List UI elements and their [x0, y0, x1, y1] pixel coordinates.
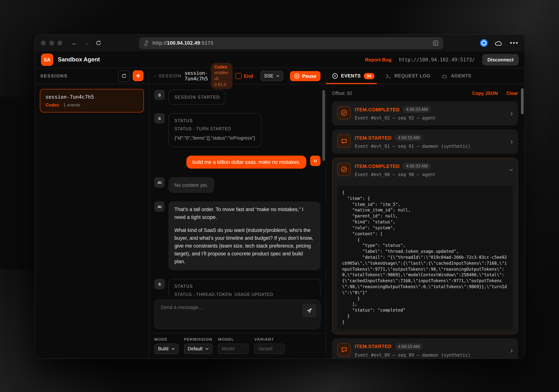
browser-menu-icon[interactable]: •••	[510, 39, 519, 47]
variant-input[interactable]	[254, 344, 285, 354]
disconnect-button[interactable]: Disconnect	[482, 54, 519, 65]
forward-button[interactable]: →	[82, 38, 91, 48]
message-list: S SESSION STARTED S STATUS STATUS - TURN…	[149, 84, 326, 296]
event-time: 4:56:33 AM	[395, 134, 422, 141]
end-label: End	[244, 73, 253, 79]
forward-arrow-icon: →	[84, 40, 89, 46]
tab-agents[interactable]: AGENTS	[442, 68, 471, 84]
browser-window: ← → http://100.94.102.49:5173	[35, 34, 525, 359]
message-bubble: STATUS STATUS - TURN.STARTED {"id":"0","…	[168, 113, 261, 147]
session-bubble-icon	[154, 73, 156, 79]
chevron-down-icon	[171, 348, 175, 350]
end-session-control[interactable]: End	[235, 73, 253, 79]
model-label: MODEL	[218, 337, 249, 341]
pause-button[interactable]: Pause	[290, 71, 320, 81]
system-avatar: S	[154, 113, 165, 124]
message-bubble: That’s a tall order. To move fast and “m…	[168, 202, 320, 270]
chevron-down-icon	[276, 75, 279, 77]
tab-request-log[interactable]: REQUEST LOG	[386, 68, 430, 84]
event-card[interactable]: ITEM.COMPLETED 4:56:33 AM Event #evt_92 …	[332, 101, 518, 125]
new-session-button[interactable]: +	[133, 70, 143, 81]
sessions-sidebar: SESSIONS + session-7un4c7h5	[35, 68, 149, 358]
refresh-icon	[121, 73, 127, 79]
event-time: 4:56:33 AM	[395, 343, 422, 350]
play-circle-icon	[332, 73, 338, 79]
session-agent: Codex	[46, 102, 59, 107]
chevron-down-icon: ›	[508, 169, 515, 171]
password-manager-icon[interactable]	[480, 39, 488, 47]
send-button[interactable]	[302, 304, 317, 317]
back-button[interactable]: ←	[70, 38, 79, 48]
plus-icon: +	[136, 72, 140, 79]
traffic-light-close[interactable]	[41, 41, 46, 45]
url-bar[interactable]: http://100.94.102.49:5173	[139, 37, 443, 49]
system-message: S STATUS STATUS - THREAD.TOKEN_USAGE.UPD…	[154, 279, 320, 296]
cloud-icon[interactable]	[494, 40, 503, 46]
event-time: 4:56:33 AM	[403, 163, 431, 169]
browser-chrome: ← → http://100.94.102.49:5173	[35, 35, 525, 51]
message-bubble: build me a billion dollar saas. make no …	[186, 156, 306, 169]
traffic-lights	[41, 41, 62, 45]
offset-text: Offset: 92	[332, 91, 352, 96]
pause-icon	[294, 73, 299, 79]
event-json-detail: { "item": { "item_id": "itm_5", "native_…	[337, 186, 513, 329]
events-panel: EVENTS 92 REQUEST LOG AGENTS	[326, 68, 525, 358]
message-input[interactable]	[160, 304, 302, 326]
item-started-icon	[337, 134, 351, 148]
reader-settings-icon[interactable]	[433, 40, 439, 46]
report-bug-link[interactable]: Report Bug	[365, 57, 391, 62]
agents-cloud-icon	[442, 73, 448, 78]
item-started-icon	[337, 343, 351, 356]
item-completed-icon	[337, 163, 351, 176]
event-card[interactable]: ITEM.STARTED 4:56:33 AM Event #evt_89 – …	[332, 338, 518, 358]
url-text: http://100.94.102.49:5173	[152, 40, 213, 46]
chat-scrollbar[interactable]	[322, 90, 325, 161]
permission-select[interactable]: Default	[184, 344, 213, 354]
back-arrow-icon: ←	[72, 40, 77, 46]
system-avatar: S	[154, 90, 165, 100]
mode-select[interactable]: Build	[154, 344, 178, 354]
reload-button[interactable]	[93, 38, 103, 48]
chevron-right-icon: ›	[510, 347, 513, 354]
system-message: S STATUS STATUS - TURN.STARTED {"id":"0"…	[154, 113, 320, 147]
session-list-item[interactable]: session-7un4c7h5 Codex 1 events	[40, 89, 144, 112]
message-bubble: No content yet.	[168, 177, 214, 193]
transport-select[interactable]: SSE	[260, 71, 283, 81]
event-card-expanded[interactable]: ITEM.COMPLETED 4:56:33 AM Event #evt_90 …	[332, 158, 518, 334]
app-title: Sandbox Agent	[58, 56, 100, 63]
event-time: 4:56:33 AM	[403, 106, 431, 113]
chevron-down-icon	[205, 348, 209, 350]
desktop: ← → http://100.94.102.49:5173	[0, 0, 559, 392]
reload-icon	[96, 40, 101, 46]
composer	[149, 296, 326, 333]
assistant-message: AI That’s a tall order. To move fast and…	[154, 202, 320, 270]
app-logo: SA	[41, 53, 53, 66]
user-message: build me a billion dollar saas. make no …	[154, 156, 320, 169]
system-message: S SESSION STARTED	[154, 90, 320, 105]
refresh-sessions-button[interactable]	[118, 70, 130, 82]
copy-json-button[interactable]: Copy JSON	[472, 91, 498, 96]
traffic-light-minimize[interactable]	[49, 41, 54, 45]
event-card[interactable]: ITEM.STARTED 4:56:33 AM Event #evt_91 – …	[332, 130, 518, 154]
tab-events[interactable]: EVENTS 92	[332, 68, 375, 84]
clear-button[interactable]: Clear	[506, 91, 518, 96]
end-checkbox[interactable]	[235, 73, 242, 79]
chevron-right-icon: ›	[510, 138, 513, 145]
assistant-avatar: AI	[154, 177, 165, 188]
model-input[interactable]	[218, 344, 249, 354]
sessions-title: SESSIONS	[40, 73, 68, 79]
item-completed-icon	[337, 106, 351, 119]
message-bubble: STATUS STATUS - THREAD.TOKEN_USAGE.UPDAT…	[168, 279, 320, 296]
assistant-avatar: AI	[154, 202, 165, 212]
link-icon	[143, 40, 149, 46]
chat-column: SESSION session-7un4c7h5 Codex vcodex-cl…	[149, 68, 326, 358]
message-bubble: SESSION STARTED	[168, 90, 226, 105]
mode-label: MODE	[154, 337, 178, 341]
variant-label: VARIANT	[254, 337, 285, 341]
session-label: SESSION	[158, 74, 181, 78]
events-scrollbar[interactable]	[521, 88, 524, 114]
assistant-message: AI No content yet.	[154, 177, 320, 193]
chevron-right-icon: ›	[510, 110, 513, 117]
traffic-light-maximize[interactable]	[57, 41, 62, 45]
terminal-icon	[386, 73, 391, 78]
